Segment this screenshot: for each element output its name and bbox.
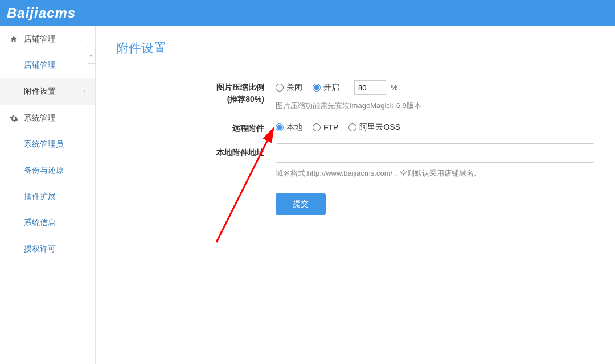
sidebar-item-backup[interactable]: 备份与还原 [0, 158, 95, 184]
sidebar-item-label: 系统管理员 [24, 139, 64, 150]
sidebar-item-admin[interactable]: 系统管理员 [0, 131, 95, 158]
sidebar-item-attachment-settings[interactable]: 附件设置 › [0, 78, 95, 105]
gear-icon [9, 114, 18, 123]
radio-group-remote: 本地 FTP 阿里云OSS [276, 122, 594, 133]
menu-group-store[interactable]: 店铺管理 [0, 26, 95, 52]
sidebar-item-label: 备份与还原 [24, 166, 64, 176]
percent-sign: % [391, 83, 397, 92]
main-content: 附件设置 图片压缩比例 (推荐80%) 关闭 开启 [96, 26, 615, 364]
control-remote: 本地 FTP 阿里云OSS [276, 122, 594, 134]
label-compress: 图片压缩比例 (推荐80%) [116, 80, 276, 111]
topbar: Baijiacms [0, 0, 615, 26]
label-spacer [116, 188, 276, 215]
sidebar-item-label: 附件设置 [24, 86, 56, 97]
annotation-arrow-icon [211, 117, 285, 248]
menu-group-label: 系统管理 [24, 113, 56, 123]
chevron-right-icon: › [84, 88, 86, 96]
radio-label: 本地 [286, 122, 302, 133]
radio-input-on[interactable] [313, 84, 321, 92]
sidebar-item-label: 授权许可 [24, 244, 56, 254]
sidebar-item-label: 店铺管理 [24, 60, 56, 71]
sidebar-item-label: 系统信息 [24, 218, 56, 228]
help-compress: 图片压缩功能需先安装ImageMagick-6.9版本 [276, 101, 594, 111]
radio-label: 关闭 [286, 82, 302, 93]
submit-button[interactable]: 提交 [276, 193, 326, 215]
radio-remote-ftp[interactable]: FTP [313, 123, 338, 132]
sidebar-item-store-manage[interactable]: 店铺管理 [0, 52, 95, 78]
radio-label: 阿里云OSS [359, 122, 400, 133]
radio-label: 开启 [323, 82, 339, 93]
sidebar: « 店铺管理 店铺管理 附件设置 › 系统管理 系统管理员 备份与还原 [0, 26, 96, 364]
compress-value-input[interactable] [354, 80, 386, 95]
row-local-addr: 本地附件地址 域名格式:http://www.baijiacms.com/，空则… [116, 143, 594, 179]
radio-input-oss[interactable] [348, 123, 356, 131]
sidebar-item-sysinfo[interactable]: 系统信息 [0, 210, 95, 236]
radio-remote-local[interactable]: 本地 [276, 122, 302, 133]
radio-compress-on[interactable]: 开启 [313, 82, 339, 93]
label-line: 图片压缩比例 [116, 81, 264, 93]
control-local-addr: 域名格式:http://www.baijiacms.com/，空则默认采用店铺域… [276, 143, 594, 179]
row-submit: 提交 [116, 188, 594, 215]
label-local-addr: 本地附件地址 [116, 143, 276, 179]
control-submit: 提交 [276, 188, 594, 215]
radio-remote-oss[interactable]: 阿里云OSS [348, 122, 400, 133]
control-compress: 关闭 开启 % 图片压缩功能需先安装ImageMagick-6.9版本 [276, 80, 594, 111]
row-compress: 图片压缩比例 (推荐80%) 关闭 开启 % [116, 80, 594, 111]
page-title: 附件设置 [116, 40, 594, 65]
menu-group-system[interactable]: 系统管理 [0, 105, 95, 131]
radio-group-compress: 关闭 开启 % [276, 80, 594, 95]
sidebar-item-license[interactable]: 授权许可 [0, 236, 95, 262]
label-line: (推荐80%) [116, 93, 264, 105]
collapse-button[interactable]: « [87, 47, 96, 64]
row-remote: 远程附件 本地 FTP 阿里云OSS [116, 122, 594, 134]
radio-label: FTP [323, 123, 338, 132]
menu-group-label: 店铺管理 [24, 34, 56, 44]
home-icon [9, 35, 18, 44]
label-remote: 远程附件 [116, 122, 276, 134]
local-addr-input[interactable] [276, 143, 594, 163]
radio-input-local[interactable] [276, 123, 284, 131]
radio-compress-off[interactable]: 关闭 [276, 82, 302, 93]
help-local-addr: 域名格式:http://www.baijiacms.com/，空则默认采用店铺域… [276, 168, 594, 179]
compress-value-wrap: % [350, 80, 397, 95]
sidebar-item-label: 插件扩展 [24, 192, 56, 202]
radio-input-off[interactable] [276, 84, 284, 92]
sidebar-item-plugins[interactable]: 插件扩展 [0, 184, 95, 210]
layout: « 店铺管理 店铺管理 附件设置 › 系统管理 系统管理员 备份与还原 [0, 26, 615, 364]
radio-input-ftp[interactable] [313, 123, 321, 131]
brand-logo: Baijiacms [7, 5, 76, 21]
